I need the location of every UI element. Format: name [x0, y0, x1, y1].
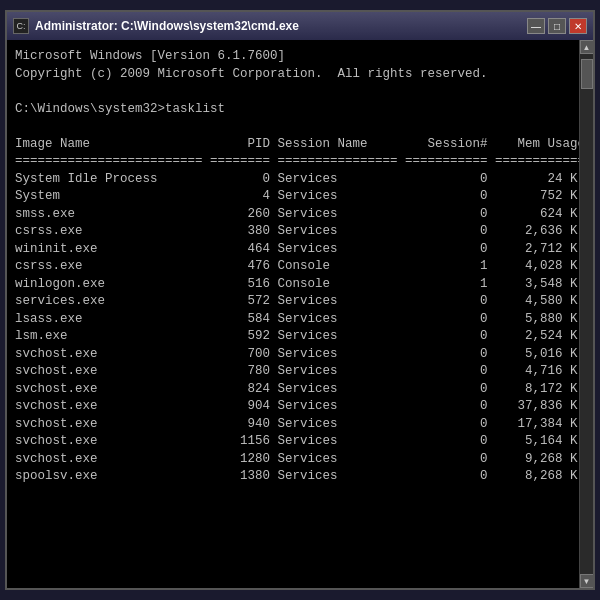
- title-bar-left: C: Administrator: C:\Windows\system32\cm…: [13, 18, 299, 34]
- scrollbar-track[interactable]: [580, 54, 594, 574]
- scrollbar[interactable]: ▲ ▼: [579, 40, 593, 588]
- content-area: Microsoft Windows [Version 6.1.7600] Cop…: [7, 40, 593, 588]
- minimize-button[interactable]: —: [527, 18, 545, 34]
- terminal-text: Microsoft Windows [Version 6.1.7600] Cop…: [15, 48, 571, 486]
- title-buttons: — □ ✕: [527, 18, 587, 34]
- close-button[interactable]: ✕: [569, 18, 587, 34]
- window-icon: C:: [13, 18, 29, 34]
- cmd-window: C: Administrator: C:\Windows\system32\cm…: [5, 10, 595, 590]
- window-title: Administrator: C:\Windows\system32\cmd.e…: [35, 19, 299, 33]
- scroll-down-button[interactable]: ▼: [580, 574, 594, 588]
- scrollbar-thumb[interactable]: [581, 59, 593, 89]
- terminal-output[interactable]: Microsoft Windows [Version 6.1.7600] Cop…: [7, 40, 579, 588]
- title-bar: C: Administrator: C:\Windows\system32\cm…: [7, 12, 593, 40]
- maximize-button[interactable]: □: [548, 18, 566, 34]
- scroll-up-button[interactable]: ▲: [580, 40, 594, 54]
